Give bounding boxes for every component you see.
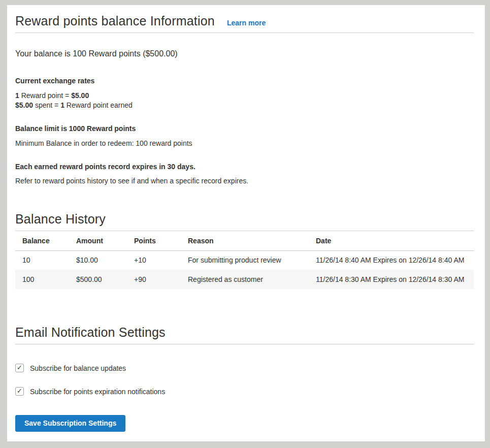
- cell-points: +10: [127, 250, 181, 270]
- cell-reason: For submitting product review: [181, 250, 309, 270]
- cell-amount: $500.00: [69, 270, 127, 289]
- expiry-text: Refer to reward points history to see if…: [15, 176, 474, 186]
- column-header-points: Points: [127, 231, 181, 250]
- balance-history-title: Balance History: [15, 211, 106, 227]
- cell-points: +90: [127, 270, 181, 289]
- table-row: 100 $500.00 +90 Registered as customer 1…: [15, 270, 474, 289]
- table-header-row: Balance Amount Points Reason Date: [15, 231, 474, 250]
- save-subscription-settings-button[interactable]: Save Subscription Settings: [15, 415, 125, 432]
- checkmark-icon: ✓: [17, 364, 22, 371]
- rate1-amount: $5.00: [71, 91, 89, 100]
- balance-limit-heading: Balance limit is 1000 Reward points: [15, 124, 474, 134]
- checkmark-icon: ✓: [17, 388, 22, 394]
- table-row: 10 $10.00 +10 For submitting product rev…: [15, 250, 474, 270]
- rate2-points: 1: [60, 101, 64, 109]
- balance-history-header: Balance History: [15, 211, 474, 231]
- rate2-tail: Reward point earned: [64, 101, 133, 109]
- exchange-rate-line-2: $5.00 spent = 1 Reward point earned: [15, 101, 474, 110]
- email-settings-header: Email Notification Settings: [15, 325, 474, 344]
- cell-date: 11/26/14 8:40 AM Expires on 12/26/14 8:4…: [309, 250, 474, 270]
- cell-date: 11/26/14 8:30 AM Expires on 12/26/14 8:3…: [309, 270, 474, 289]
- email-settings-title: Email Notification Settings: [15, 325, 166, 340]
- cell-reason: Registered as customer: [181, 270, 309, 289]
- rate2-amount: $5.00: [15, 101, 33, 109]
- rate1-points: 1: [15, 91, 19, 100]
- cell-balance: 100: [15, 270, 69, 289]
- page-title: Reward points balance Information: [15, 13, 215, 28]
- expiration-notifications-checkbox[interactable]: ✓: [15, 387, 24, 396]
- learn-more-link[interactable]: Learn more: [227, 19, 266, 27]
- expiration-notifications-label[interactable]: Subscribe for points expiration notifica…: [30, 388, 165, 396]
- rate1-text: Reward point =: [19, 91, 71, 100]
- balance-history-table: Balance Amount Points Reason Date 10 $10…: [15, 231, 474, 289]
- minimum-balance-text: Minimum Balance in order to redeem: 100 …: [15, 139, 474, 148]
- exchange-rates: 1 Reward point = $5.00 $5.00 spent = 1 R…: [15, 91, 474, 110]
- column-header-reason: Reason: [181, 231, 309, 250]
- balance-updates-checkbox[interactable]: ✓: [15, 364, 24, 372]
- cell-balance: 10: [15, 250, 69, 270]
- exchange-rate-line-1: 1 Reward point = $5.00: [15, 91, 474, 101]
- exchange-rates-heading: Current exchange rates: [15, 76, 474, 86]
- reward-points-panel: Reward points balance Information Learn …: [7, 5, 485, 441]
- rate2-text: spent =: [33, 101, 60, 109]
- column-header-amount: Amount: [69, 231, 127, 250]
- cell-amount: $10.00: [69, 250, 127, 270]
- subscription-row-expiration: ✓ Subscribe for points expiration notifi…: [15, 387, 474, 396]
- expiry-heading: Each earned reward points record expires…: [15, 162, 474, 172]
- column-header-balance: Balance: [15, 231, 69, 250]
- subscription-row-balance-updates: ✓ Subscribe for balance updates: [15, 364, 474, 372]
- balance-updates-label[interactable]: Subscribe for balance updates: [30, 364, 126, 372]
- page-header: Reward points balance Information Learn …: [15, 13, 474, 33]
- column-header-date: Date: [309, 231, 474, 250]
- balance-summary: Your balance is 100 Reward points ($500.…: [15, 48, 474, 59]
